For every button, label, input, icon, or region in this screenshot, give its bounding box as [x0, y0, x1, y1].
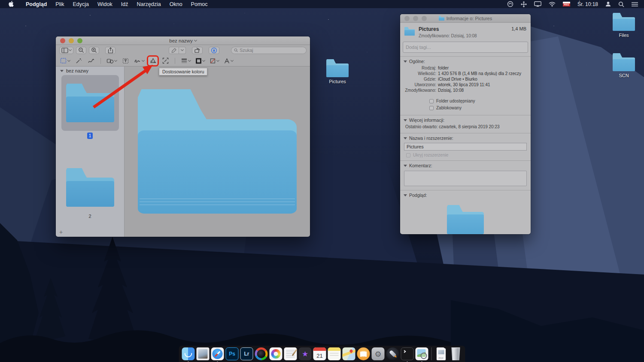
folder-thumbnail-icon [66, 168, 114, 207]
menu-clock[interactable]: Śr. 10:18 [577, 1, 598, 7]
dock-item-ibooks[interactable] [357, 347, 370, 360]
title-chevron-icon[interactable] [194, 38, 197, 41]
wifi-icon[interactable] [549, 2, 556, 7]
text-tool-button[interactable] [121, 57, 130, 65]
checkbox[interactable] [429, 99, 434, 103]
menu-item-idz[interactable]: Idź [117, 1, 133, 7]
section-general: Ogólne: Rodzaj:folder Wielkość:1 420 576… [400, 56, 531, 115]
dock-item-textedit[interactable] [284, 347, 297, 360]
disclosure-triangle-icon[interactable] [404, 165, 407, 167]
rotate-left-button[interactable] [192, 47, 203, 54]
tags-field[interactable] [403, 42, 528, 53]
dock-item-trash[interactable] [450, 347, 462, 360]
search-input[interactable] [240, 48, 304, 53]
shared-folder-checkbox-row[interactable]: Folder udostępniany [429, 98, 527, 104]
preview-app-icon [416, 347, 428, 360]
sketch-tool-button[interactable] [86, 57, 96, 65]
adjust-size-tool-button[interactable] [161, 57, 170, 65]
menu-item-pomoc[interactable]: Pomoc [187, 1, 212, 7]
menu-item-edycja[interactable]: Edycja [68, 1, 93, 7]
user-icon[interactable] [605, 1, 611, 7]
close-button[interactable] [404, 16, 410, 21]
desktop-icon-pictures[interactable]: Pictures [322, 59, 352, 84]
checkbox[interactable] [406, 153, 410, 157]
dock-item-safari[interactable] [211, 347, 224, 360]
zoom-in-button[interactable] [89, 47, 99, 54]
dock-item-photoshop[interactable]: Ps [226, 347, 239, 360]
dock-item-mail[interactable] [197, 347, 210, 360]
dock-item-maps[interactable] [343, 347, 355, 360]
sign-tool-button[interactable] [133, 57, 145, 65]
sidebar-thumbnail-1[interactable] [61, 75, 119, 131]
instant-alpha-tool-button[interactable] [74, 57, 83, 65]
dock-item-preview[interactable] [416, 347, 428, 360]
file-name-input[interactable] [407, 144, 524, 149]
display-mirroring-icon[interactable] [534, 1, 541, 7]
dock-item-system-preferences[interactable] [372, 347, 385, 360]
sidebar-thumbnail-2[interactable]: 2 [56, 168, 124, 219]
preview-titlebar[interactable]: bez nazwy [56, 36, 310, 45]
disclosure-triangle-icon[interactable] [404, 137, 407, 139]
checkbox-label: Zablokowany [436, 105, 462, 111]
menu-item-okno[interactable]: Okno [165, 1, 187, 7]
menu-item-plik[interactable]: Plik [51, 1, 68, 7]
zoom-button[interactable] [422, 16, 427, 21]
selection-tool-button[interactable] [59, 57, 71, 65]
disclosure-triangle-icon[interactable] [404, 60, 407, 63]
fill-color-button[interactable] [209, 57, 220, 65]
text-style-button[interactable] [223, 57, 234, 65]
adjust-color-tool-button[interactable] [148, 57, 158, 65]
preview-canvas[interactable] [125, 66, 310, 237]
minimize-button[interactable] [69, 38, 74, 43]
document-folder-image [138, 89, 297, 214]
move-tool-icon[interactable] [521, 1, 527, 7]
dock-item-imovie[interactable] [299, 347, 312, 360]
add-page-button[interactable]: + [59, 229, 63, 235]
input-source-flag-icon[interactable]: PRO [563, 2, 570, 6]
markup-pen-menu-button[interactable] [179, 47, 186, 54]
border-color-button[interactable] [194, 57, 206, 65]
disclosure-triangle-icon[interactable] [404, 194, 407, 196]
markup-toolbar-toggle-button[interactable] [209, 47, 219, 54]
hide-extension-checkbox-row[interactable]: Ukryj rozszerzenie [406, 152, 527, 158]
dock-item-terminal[interactable] [401, 347, 414, 360]
checkbox[interactable] [429, 106, 434, 110]
dock-item-photos[interactable] [270, 347, 283, 360]
notification-center-icon[interactable] [632, 2, 638, 7]
disclosure-triangle-icon[interactable] [404, 119, 407, 121]
shape-style-button[interactable] [180, 57, 191, 65]
search-icon [234, 48, 238, 52]
share-button[interactable] [105, 47, 115, 54]
menu-item-app[interactable]: Podgląd [21, 1, 51, 7]
locked-checkbox-row[interactable]: Zablokowany [429, 105, 527, 111]
dock-item-finder[interactable] [182, 347, 195, 360]
shapes-tool-button[interactable] [106, 57, 118, 65]
search-field[interactable] [231, 47, 307, 54]
minimize-button[interactable] [413, 16, 418, 21]
close-button[interactable] [60, 38, 65, 43]
view-menu-button[interactable] [59, 47, 73, 54]
zoom-out-button[interactable] [76, 47, 86, 54]
markup-pen-button[interactable] [169, 47, 179, 54]
comment-textarea[interactable] [404, 171, 527, 186]
file-name-field[interactable] [404, 143, 527, 151]
dock-item-camera-lens[interactable] [255, 347, 268, 360]
dock-item-lightroom[interactable]: Lr [240, 347, 253, 360]
zoom-button[interactable] [77, 38, 82, 43]
dock-item-pdf-document[interactable]: PDF [435, 347, 448, 360]
dock-item-notes[interactable] [328, 347, 341, 360]
info-titlebar[interactable]: Informacje o: Pictures [400, 14, 531, 23]
dock-item-calendar[interactable]: 21 [313, 347, 326, 360]
tags-input[interactable] [406, 45, 525, 50]
spotlight-search-icon[interactable] [618, 1, 624, 7]
disclosure-triangle-icon[interactable] [60, 70, 64, 72]
menu-item-widok[interactable]: Widok [93, 1, 117, 7]
desktop-icon-files[interactable]: Files [609, 13, 639, 38]
dock-item-launchpad[interactable] [386, 347, 399, 360]
section-name-extension: Nazwa i rozszerzenie: Ukryj rozszerzenie [400, 133, 531, 160]
apple-menu-icon[interactable] [9, 1, 14, 8]
creative-cloud-icon[interactable] [507, 1, 513, 7]
info-row: Utworzono:wtorek, 30 lipca 2019 11:41 [404, 82, 527, 87]
desktop-icon-scn[interactable]: SCN [609, 53, 639, 78]
menu-item-narzedzia[interactable]: Narzędzia [132, 1, 165, 7]
